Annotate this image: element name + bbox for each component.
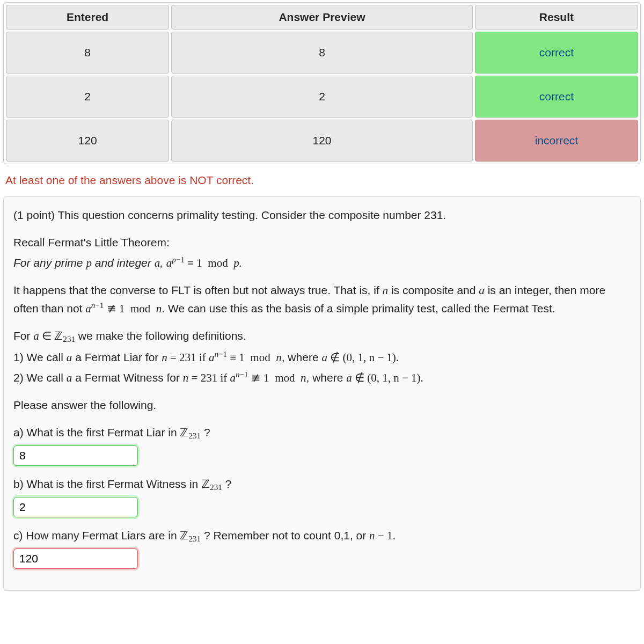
- problem-body: (1 point) This question concerns primali…: [3, 196, 641, 591]
- entered-cell: 8: [6, 32, 169, 74]
- definition-witness: 2) We call a a Fermat Witness for n = 23…: [13, 368, 631, 387]
- entered-cell: 120: [6, 120, 169, 162]
- question-c: c) How many Fermat Liars are in ℤ231 ? R…: [13, 527, 631, 545]
- question-a: a) What is the first Fermat Liar in ℤ231…: [13, 424, 631, 442]
- col-entered: Entered: [6, 5, 169, 30]
- result-cell: incorrect: [475, 120, 638, 162]
- definition-liar: 1) We call a a Fermat Liar for n = 231 i…: [13, 348, 631, 367]
- col-result: Result: [475, 5, 638, 30]
- result-cell: correct: [475, 32, 638, 74]
- flt-heading: Recall Fermat's Little Theorem:: [13, 234, 631, 252]
- converse-text: It happens that the converse to FLT is o…: [13, 282, 631, 318]
- table-row: 8 8 correct: [6, 32, 638, 74]
- preview-cell: 120: [171, 120, 473, 162]
- question-b: b) What is the first Fermat Witness in ℤ…: [13, 475, 631, 494]
- please-answer: Please answer the following.: [13, 397, 631, 414]
- col-preview: Answer Preview: [171, 5, 473, 30]
- flt-statement: For any prime p and integer a, ap−1 ≡ 1 …: [13, 253, 631, 272]
- answer-c-input[interactable]: [13, 548, 138, 569]
- table-row: 120 120 incorrect: [6, 120, 638, 162]
- entered-cell: 2: [6, 76, 169, 118]
- preview-cell: 8: [171, 32, 473, 74]
- definitions-intro: For a ∈ ℤ231 we make the following defin…: [13, 327, 631, 346]
- warning-text: At least one of the answers above is NOT…: [5, 174, 639, 187]
- answer-b-input[interactable]: [13, 497, 138, 517]
- result-cell: correct: [475, 76, 638, 118]
- points-label: (1 point): [13, 209, 58, 221]
- results-table: Entered Answer Preview Result 8 8 correc…: [3, 2, 641, 164]
- answer-a-input[interactable]: [13, 445, 138, 466]
- table-row: 2 2 correct: [6, 76, 638, 118]
- problem-intro: (1 point) This question concerns primali…: [13, 207, 631, 224]
- preview-cell: 2: [171, 76, 473, 118]
